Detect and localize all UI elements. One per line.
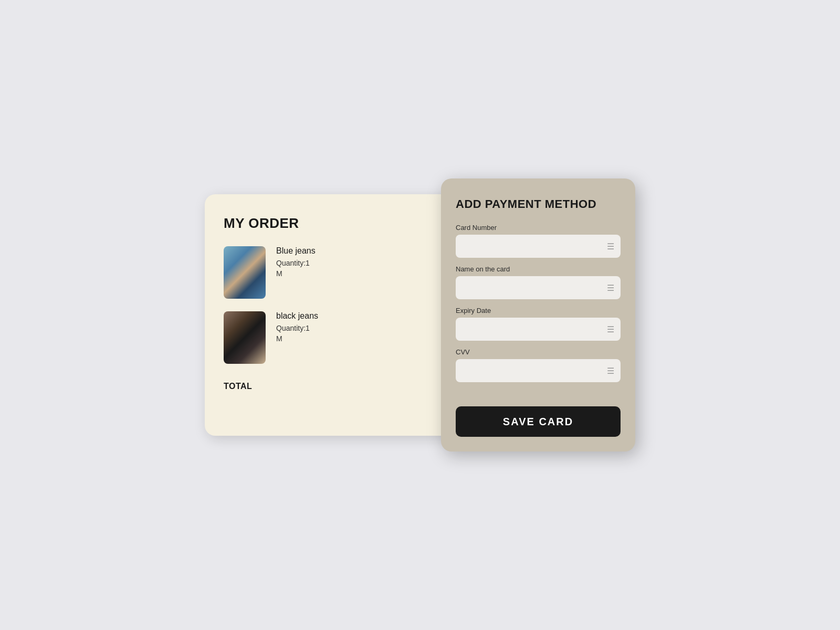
cvv-icon: ☰ bbox=[607, 366, 614, 376]
payment-card: ADD PAYMENT METHOD Card Number ☰ Name on… bbox=[441, 178, 635, 452]
item-name-1: Blue jeans bbox=[276, 246, 434, 256]
card-number-input[interactable] bbox=[462, 242, 603, 250]
item-details-black-jeans: black jeans Quantity:1 M bbox=[266, 311, 434, 343]
expiry-date-group: Expiry Date ☰ bbox=[456, 307, 621, 341]
cvv-input[interactable] bbox=[462, 366, 603, 375]
card-number-label: Card Number bbox=[456, 224, 621, 232]
item-quantity-1: Quantity:1 bbox=[276, 259, 434, 267]
order-title: MY ORDER bbox=[224, 215, 459, 232]
name-on-card-wrapper[interactable]: ☰ bbox=[456, 276, 621, 299]
scene: MY ORDER Blue jeans Quantity:1 M $25 bla… bbox=[205, 178, 635, 452]
name-on-card-group: Name on the card ☰ bbox=[456, 265, 621, 299]
name-on-card-input[interactable] bbox=[462, 284, 603, 292]
payment-title: ADD PAYMENT METHOD bbox=[456, 197, 621, 211]
name-on-card-icon: ☰ bbox=[607, 283, 614, 293]
card-number-group: Card Number ☰ bbox=[456, 224, 621, 258]
order-total: TOTAL $48 bbox=[224, 376, 459, 391]
item-image-blue-jeans bbox=[224, 246, 266, 299]
item-image-black-jeans bbox=[224, 311, 266, 364]
item-size-1: M bbox=[276, 269, 434, 278]
order-card: MY ORDER Blue jeans Quantity:1 M $25 bla… bbox=[205, 194, 478, 436]
item-size-2: M bbox=[276, 334, 434, 343]
expiry-date-label: Expiry Date bbox=[456, 307, 621, 314]
save-card-button[interactable]: SAVE CARD bbox=[456, 406, 621, 437]
total-label: TOTAL bbox=[224, 382, 252, 391]
order-item-1: Blue jeans Quantity:1 M $25 bbox=[224, 246, 459, 299]
item-name-2: black jeans bbox=[276, 311, 434, 321]
order-item-2: black jeans Quantity:1 M $23 bbox=[224, 311, 459, 364]
expiry-date-wrapper[interactable]: ☰ bbox=[456, 318, 621, 341]
name-on-card-label: Name on the card bbox=[456, 265, 621, 273]
expiry-date-icon: ☰ bbox=[607, 324, 614, 334]
cvv-group: CVV ☰ bbox=[456, 348, 621, 382]
item-details-blue-jeans: Blue jeans Quantity:1 M bbox=[266, 246, 434, 278]
expiry-date-input[interactable] bbox=[462, 325, 603, 333]
card-number-icon: ☰ bbox=[607, 242, 614, 251]
cvv-wrapper[interactable]: ☰ bbox=[456, 359, 621, 382]
cvv-label: CVV bbox=[456, 348, 621, 356]
card-number-wrapper[interactable]: ☰ bbox=[456, 235, 621, 258]
item-quantity-2: Quantity:1 bbox=[276, 324, 434, 332]
